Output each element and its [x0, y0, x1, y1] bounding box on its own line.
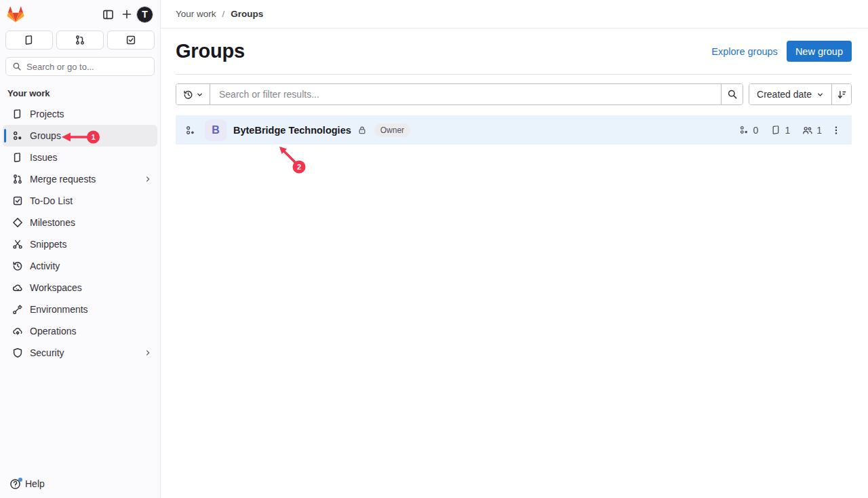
app-window: T [0, 0, 868, 498]
breadcrumb: Your work / Groups [161, 0, 868, 28]
chevron-right-icon [144, 175, 152, 183]
projects-stat: 1 [770, 125, 790, 136]
merge-requests-shortcut-button[interactable] [56, 31, 104, 50]
operations-icon [12, 326, 23, 337]
environments-icon [12, 304, 23, 315]
sidebar-item-todo-list[interactable]: To-Do List [3, 190, 157, 212]
todo-icon [12, 195, 23, 206]
global-search-input[interactable] [26, 62, 148, 72]
new-group-button[interactable]: New group [787, 41, 852, 62]
sidebar-item-label: Groups [30, 130, 152, 141]
sidebar-item-label: Issues [30, 152, 152, 163]
sidebar-topbar: T [0, 0, 160, 28]
sidebar-item-label: Projects [30, 109, 152, 119]
sort-by-dropdown[interactable]: Created date [749, 84, 831, 104]
group-avatar[interactable]: B [205, 119, 226, 141]
sidebar-item-label: Snippets [30, 239, 152, 250]
issues-shortcut-button[interactable] [5, 31, 53, 50]
sidebar-item-security[interactable]: Security [3, 342, 157, 364]
security-shield-icon [12, 347, 23, 358]
sidebar-item-environments[interactable]: Environments [3, 299, 157, 320]
sidebar-item-activity[interactable]: Activity [3, 255, 157, 277]
gitlab-logo-icon[interactable] [7, 6, 24, 23]
merge-request-icon [12, 174, 23, 185]
workspaces-icon [12, 282, 23, 293]
group-actions-kebab-menu[interactable] [827, 121, 845, 139]
sidebar-item-label: Security [30, 347, 137, 358]
group-row[interactable]: B ByteBridge Technologies Owner [176, 115, 852, 145]
sidebar-toggle-button[interactable] [98, 5, 117, 24]
members-stat: 1 [802, 125, 822, 136]
subgroups-stat: 0 [739, 125, 759, 136]
sort-by-label: Created date [757, 89, 812, 100]
sort-descending-icon [837, 90, 847, 100]
sort-direction-button[interactable] [831, 84, 851, 104]
groups-icon [12, 130, 23, 141]
role-badge: Owner [374, 123, 410, 137]
groups-panel: Created date [176, 74, 852, 145]
sidebar-item-label: Operations [30, 326, 152, 337]
members-icon [802, 125, 813, 136]
global-search[interactable] [5, 57, 155, 76]
breadcrumb-current: Groups [231, 9, 263, 19]
projects-count-icon [770, 125, 781, 136]
sidebar: T [0, 0, 161, 498]
snippet-icon [12, 239, 23, 250]
sidebar-item-label: Milestones [30, 217, 152, 228]
members-count: 1 [816, 125, 822, 136]
projects-count: 1 [785, 125, 790, 136]
sidebar-item-label: To-Do List [30, 195, 152, 206]
help-icon [9, 478, 21, 490]
history-icon [183, 90, 193, 100]
todo-shortcut-button[interactable] [107, 31, 155, 50]
page-content: Groups Explore groups New group [161, 28, 868, 145]
sidebar-item-label: Activity [30, 261, 152, 271]
sidebar-item-workspaces[interactable]: Workspaces [3, 277, 157, 299]
sort-control: Created date [749, 83, 852, 105]
sidebar-item-label: Workspaces [30, 282, 152, 293]
issues-icon [12, 152, 23, 163]
sidebar-item-groups[interactable]: Groups [3, 125, 157, 147]
search-icon [12, 62, 22, 71]
search-icon [727, 89, 738, 100]
group-stats: 0 1 [739, 125, 822, 136]
filter-search-input[interactable] [210, 84, 721, 104]
create-new-button[interactable] [117, 5, 136, 24]
sidebar-item-operations[interactable]: Operations [3, 320, 157, 342]
sidebar-item-label: Environments [30, 304, 152, 315]
help-notification-dot [18, 478, 22, 482]
user-avatar[interactable]: T [136, 6, 153, 23]
project-icon [12, 109, 23, 119]
help-button[interactable]: Help [0, 470, 160, 498]
activity-icon [12, 261, 23, 271]
chevron-down-icon [816, 91, 824, 98]
private-lock-icon [357, 126, 367, 135]
filter-bar [176, 83, 743, 105]
breadcrumb-parent[interactable]: Your work [176, 9, 216, 19]
milestone-icon [12, 217, 23, 228]
sidebar-item-milestones[interactable]: Milestones [3, 212, 157, 233]
page-title: Groups [176, 40, 245, 62]
sidebar-item-snippets[interactable]: Snippets [3, 233, 157, 255]
kebab-menu-icon [831, 126, 841, 135]
sidebar-shortcuts [0, 28, 160, 50]
sidebar-item-merge-requests[interactable]: Merge requests [3, 168, 157, 190]
main-area: Your work / Groups Groups Explore groups… [161, 0, 868, 498]
subgroups-icon [739, 125, 750, 136]
filter-search-button[interactable] [721, 84, 743, 104]
sidebar-item-projects[interactable]: Projects [3, 103, 157, 125]
chevron-right-icon [144, 349, 152, 357]
chevron-down-icon [196, 91, 203, 98]
sidebar-item-issues[interactable]: Issues [3, 147, 157, 168]
sidebar-section-label: Your work [0, 76, 160, 103]
group-name-link[interactable]: ByteBridge Technologies [233, 125, 351, 136]
sidebar-nav: Projects Groups Issues [0, 103, 160, 364]
explore-groups-link[interactable]: Explore groups [711, 46, 778, 57]
recent-searches-dropdown[interactable] [176, 84, 210, 104]
active-indicator [4, 129, 6, 142]
help-label: Help [25, 478, 45, 489]
subgroups-count: 0 [753, 125, 759, 136]
subgroups-toggle-icon[interactable] [185, 125, 196, 136]
breadcrumb-separator: / [222, 9, 225, 19]
sidebar-item-label: Merge requests [30, 174, 137, 185]
